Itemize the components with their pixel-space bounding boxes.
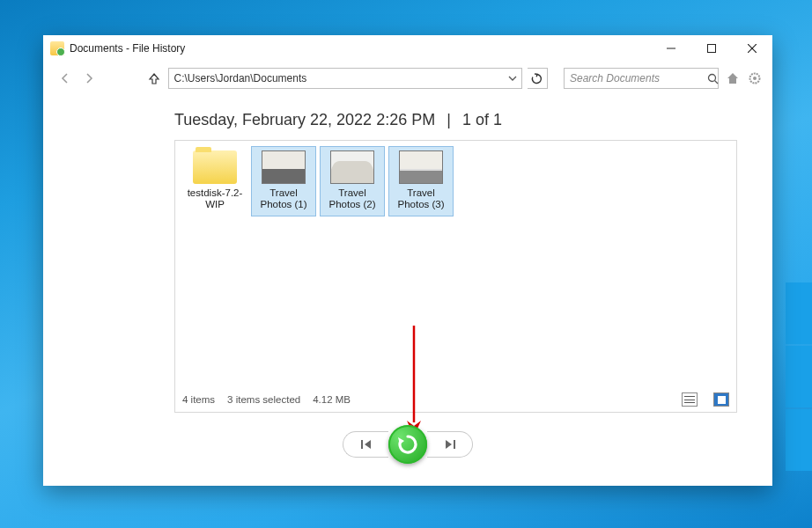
refresh-button[interactable]	[528, 68, 548, 89]
previous-version-button[interactable]	[343, 431, 388, 458]
list-item[interactable]: testdisk-7.2-WIP	[182, 146, 247, 216]
item-label: Travel Photos (1)	[254, 187, 314, 210]
maximize-icon	[707, 44, 716, 53]
toolbar: C:\Users\Jordan\Documents	[43, 62, 772, 95]
svg-point-4	[708, 74, 715, 81]
svg-rect-1	[708, 45, 716, 53]
refresh-icon	[531, 73, 543, 84]
item-label: Travel Photos (2)	[322, 187, 382, 210]
arrow-up-icon	[148, 72, 160, 84]
settings-button[interactable]	[746, 70, 764, 87]
back-button[interactable]	[55, 69, 74, 88]
photo-thumbnail	[399, 150, 443, 184]
list-item[interactable]: Travel Photos (2)	[320, 146, 385, 216]
view-details-button[interactable]	[682, 392, 698, 407]
maximize-button[interactable]	[691, 35, 732, 62]
item-grid: testdisk-7.2-WIP Travel Photos (1) Trave…	[175, 141, 736, 222]
version-datetime: Tuesday, February 22, 2022 2:26 PM	[174, 111, 435, 128]
item-label: Travel Photos (3)	[391, 187, 451, 210]
restore-icon	[396, 433, 419, 456]
photo-thumbnail	[262, 150, 306, 184]
folder-icon	[193, 150, 237, 184]
gear-icon	[748, 71, 762, 85]
restore-button[interactable]	[388, 425, 427, 464]
app-icon	[50, 41, 64, 55]
desktop-accent	[786, 282, 812, 471]
home-icon	[726, 71, 740, 85]
next-version-button[interactable]	[427, 431, 473, 458]
list-item[interactable]: Travel Photos (3)	[388, 146, 454, 216]
navigation-controls	[43, 425, 772, 464]
status-size: 4.12 MB	[313, 394, 351, 405]
version-header: Tuesday, February 22, 2022 2:26 PM | 1 o…	[43, 95, 772, 140]
list-item[interactable]: Travel Photos (1)	[251, 146, 316, 216]
chevron-down-icon	[508, 74, 517, 83]
skip-back-icon	[360, 439, 373, 450]
item-label: testdisk-7.2-WIP	[185, 187, 245, 210]
window-title: Documents - File History	[70, 42, 185, 55]
titlebar: Documents - File History	[43, 35, 772, 62]
close-icon	[748, 44, 757, 53]
status-bar: 4 items 3 items selected 4.12 MB	[175, 387, 736, 412]
file-history-window: Documents - File History C:\Users\Jordan…	[43, 35, 772, 486]
forward-button[interactable]	[79, 69, 98, 88]
search-input[interactable]	[565, 69, 707, 88]
search-box[interactable]	[564, 68, 719, 89]
search-icon	[707, 73, 719, 84]
svg-point-7	[753, 77, 757, 80]
photo-thumbnail	[330, 150, 374, 184]
svg-rect-9	[454, 440, 455, 449]
svg-line-5	[714, 80, 718, 84]
close-button[interactable]	[732, 35, 772, 62]
arrow-left-icon	[58, 71, 72, 85]
address-path: C:\Users\Jordan\Documents	[169, 72, 504, 84]
minimize-button[interactable]	[651, 35, 691, 62]
minimize-icon	[667, 44, 675, 53]
skip-forward-icon	[444, 439, 456, 450]
arrow-right-icon	[82, 71, 96, 85]
status-selection: 3 items selected	[227, 394, 300, 405]
view-large-icons-button[interactable]	[713, 392, 729, 407]
address-bar[interactable]: C:\Users\Jordan\Documents	[168, 68, 522, 89]
version-page: 1 of 1	[462, 111, 502, 128]
content-panel: testdisk-7.2-WIP Travel Photos (1) Trave…	[174, 140, 737, 413]
status-count: 4 items	[182, 394, 215, 405]
home-button[interactable]	[724, 70, 742, 87]
address-dropdown[interactable]	[504, 69, 521, 88]
up-button[interactable]	[145, 70, 163, 87]
separator: |	[447, 111, 451, 128]
svg-rect-8	[361, 440, 363, 449]
